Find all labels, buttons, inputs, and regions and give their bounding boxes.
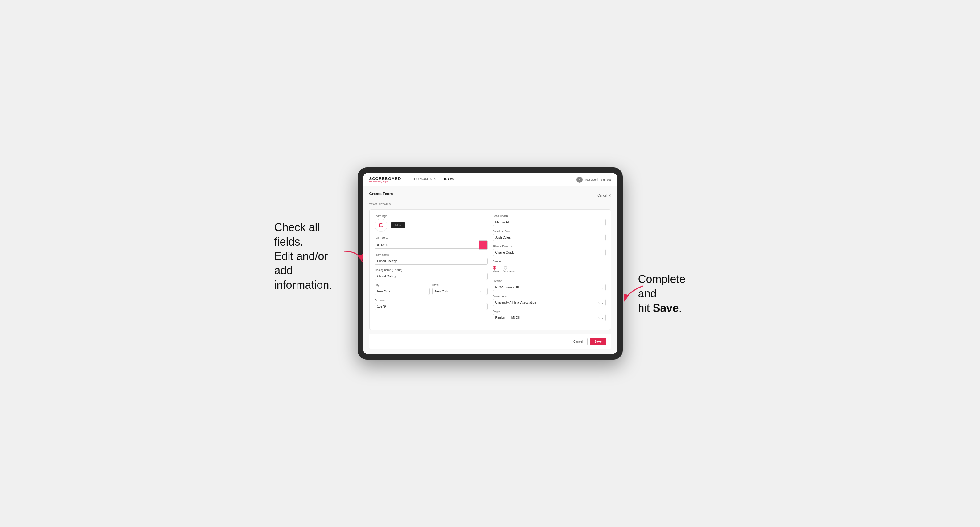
display-name-label: Display name (unique) xyxy=(375,268,488,271)
annotation-right-line1: Complete and xyxy=(638,273,686,300)
region-select-wrapper: Region II - (M) DIII ✕ ⌄ xyxy=(493,314,606,321)
division-label: Division xyxy=(493,279,606,283)
conference-select-wrapper: University Athletic Association ✕ ⌄ xyxy=(493,299,606,306)
form-left-column: Team logo C Upload Team colo xyxy=(375,214,488,325)
nav-tournaments[interactable]: TOURNAMENTS xyxy=(409,173,440,186)
conference-label: Conference xyxy=(493,295,606,298)
nav-right: T Test User | Sign out xyxy=(576,176,611,183)
display-name-group: Display name (unique) xyxy=(375,268,488,280)
annotation-right-bold: Save xyxy=(653,302,679,314)
team-colour-input[interactable] xyxy=(375,241,479,249)
arrow-left-icon xyxy=(340,248,365,268)
radio-mens-icon xyxy=(493,266,496,270)
nav-links: TOURNAMENTS TEAMS xyxy=(409,173,576,186)
team-name-input[interactable] xyxy=(375,258,488,265)
team-name-group: Team name xyxy=(375,253,488,265)
color-swatch[interactable] xyxy=(479,240,488,250)
color-row xyxy=(375,240,488,250)
team-name-label: Team name xyxy=(375,253,488,256)
annotation-line2: Edit and/or add xyxy=(274,250,328,277)
radio-group: Mens Womens xyxy=(493,264,606,276)
nav-teams[interactable]: TEAMS xyxy=(440,173,458,186)
cancel-top-label: Cancel xyxy=(597,194,607,197)
user-avatar: T xyxy=(576,176,583,183)
form-body: Team logo C Upload Team colo xyxy=(369,209,611,330)
gender-womens-option[interactable]: Womens xyxy=(504,266,514,273)
zip-label: Zip code xyxy=(375,298,488,302)
annotation-right-line2: hit xyxy=(638,302,653,314)
sign-out-link[interactable]: Sign out xyxy=(600,178,611,181)
state-label: State xyxy=(432,284,488,287)
city-state-row: City State New York xyxy=(375,284,488,295)
brand-title: SCOREBOARD xyxy=(369,176,401,181)
team-logo-group: Team logo C Upload xyxy=(375,214,488,232)
assistant-coach-group: Assistant Coach xyxy=(493,230,606,241)
athletic-director-group: Athletic Director xyxy=(493,245,606,256)
state-subgroup: State New York ✕ ⌄ xyxy=(432,284,488,295)
division-select-wrapper: NCAA Division III xyxy=(493,284,606,291)
head-coach-group: Head Coach xyxy=(493,214,606,226)
navbar: SCOREBOARD Powered by clippi TOURNAMENTS… xyxy=(363,173,617,186)
annotation-line3: information. xyxy=(274,279,332,291)
region-clear-icon[interactable]: ✕ xyxy=(598,316,600,319)
athletic-director-input[interactable] xyxy=(493,249,606,256)
annotation-right: Complete and hit Save. xyxy=(638,272,706,315)
assistant-coach-input[interactable] xyxy=(493,234,606,241)
brand-logo: SCOREBOARD Powered by clippi xyxy=(369,176,401,183)
assistant-coach-label: Assistant Coach xyxy=(493,230,606,233)
city-label: City xyxy=(375,284,430,287)
content-area: Create Team Cancel ✕ TEAM DETAILS Team l… xyxy=(363,186,617,354)
head-coach-input[interactable] xyxy=(493,219,606,226)
upload-button[interactable]: Upload xyxy=(391,222,406,229)
head-coach-label: Head Coach xyxy=(493,214,606,217)
region-select[interactable]: Region II - (M) DIII xyxy=(493,314,606,321)
team-colour-label: Team colour xyxy=(375,236,488,239)
team-colour-group: Team colour xyxy=(375,236,488,250)
form-header: Create Team Cancel ✕ xyxy=(369,191,611,200)
logo-letter: C xyxy=(379,222,383,229)
section-label: TEAM DETAILS xyxy=(369,203,611,206)
gender-label: Gender xyxy=(493,260,606,263)
cancel-button[interactable]: Cancel xyxy=(569,338,587,346)
gender-mens-label: Mens xyxy=(493,270,500,273)
tablet-screen: SCOREBOARD Powered by clippi TOURNAMENTS… xyxy=(363,173,617,354)
user-label: Test User | xyxy=(585,178,598,181)
gender-group: Gender Mens Womens xyxy=(493,260,606,276)
form-columns: Team logo C Upload Team colo xyxy=(375,214,606,325)
city-input[interactable] xyxy=(375,288,430,295)
logo-area: C Upload xyxy=(375,219,488,232)
save-button[interactable]: Save xyxy=(590,338,606,346)
region-label: Region xyxy=(493,310,606,313)
state-clear-icon[interactable]: ✕ xyxy=(480,290,482,293)
logo-circle: C xyxy=(375,219,388,232)
close-icon: ✕ xyxy=(609,194,611,197)
gender-womens-label: Womens xyxy=(504,270,514,273)
brand-subtitle: Powered by clippi xyxy=(369,181,401,183)
annotation-right-end: . xyxy=(679,302,682,314)
athletic-director-label: Athletic Director xyxy=(493,245,606,248)
annotation-line1: Check all fields. xyxy=(274,221,320,248)
page-wrapper: Check all fields. Edit and/or add inform… xyxy=(274,167,706,360)
division-select[interactable]: NCAA Division III xyxy=(493,284,606,291)
form-right-column: Head Coach Assistant Coach Athletic Dire… xyxy=(493,214,606,325)
conference-group: Conference University Athletic Associati… xyxy=(493,295,606,306)
conference-clear-icon[interactable]: ✕ xyxy=(598,301,600,304)
city-state-group: City State New York xyxy=(375,284,488,295)
city-subgroup: City xyxy=(375,284,430,295)
team-logo-label: Team logo xyxy=(375,214,488,217)
state-select-wrapper: New York ✕ ⌄ xyxy=(432,288,488,295)
zip-group: Zip code xyxy=(375,298,488,310)
page-title: Create Team xyxy=(369,191,393,196)
tablet-frame: SCOREBOARD Powered by clippi TOURNAMENTS… xyxy=(358,167,623,360)
region-group: Region Region II - (M) DIII ✕ ⌄ xyxy=(493,310,606,321)
form-footer: Cancel Save xyxy=(369,334,611,349)
division-group: Division NCAA Division III xyxy=(493,279,606,291)
display-name-input[interactable] xyxy=(375,273,488,280)
conference-select[interactable]: University Athletic Association xyxy=(493,299,606,306)
annotation-left: Check all fields. Edit and/or add inform… xyxy=(274,221,342,292)
zip-input[interactable] xyxy=(375,303,488,310)
cancel-top-button[interactable]: Cancel ✕ xyxy=(597,194,611,197)
gender-mens-option[interactable]: Mens xyxy=(493,266,500,273)
radio-womens-icon xyxy=(504,266,508,270)
